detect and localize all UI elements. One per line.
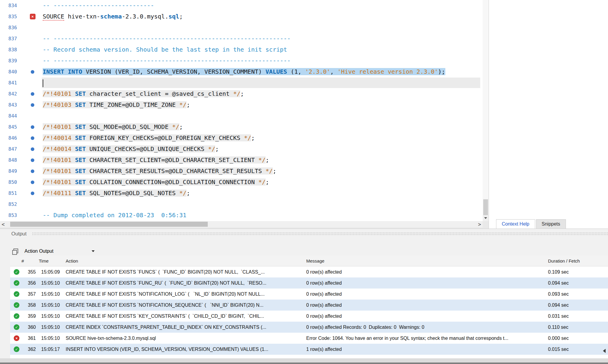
editor-line-850[interactable]: 850/*!40101 SET COLLATION_CONNECTION=@OL… — [0, 177, 483, 188]
sql-editor-pane: 834-- ----------------------------835×SO… — [0, 0, 489, 227]
output-row-360[interactable]: ✓36015:05:10CREATE INDEX `CONSTRAINTS_PA… — [10, 322, 608, 333]
scroll-right-arrow-icon[interactable]: > — [476, 221, 483, 227]
code-text: INSERT INTO VERSION (VER_ID, SCHEMA_VERS… — [43, 66, 445, 77]
success-icon: ✓ — [14, 291, 19, 297]
editor-line-838[interactable]: 838-- Record schema version. Should be t… — [0, 44, 483, 55]
scroll-left-arrow-icon[interactable]: < — [0, 221, 6, 227]
horizontal-scroll-track[interactable] — [6, 221, 476, 227]
row-duration: 0.093 sec — [548, 289, 608, 300]
row-index: 359 — [26, 311, 39, 322]
line-number: 846 — [0, 135, 22, 141]
output-table-rows: ✓35515:05:09CREATE TABLE IF NOT EXISTS `… — [10, 266, 608, 355]
editor-line-848[interactable]: 848/*!40101 SET CHARACTER_SET_CLIENT=@OL… — [0, 155, 483, 166]
output-panel-title: Output — [11, 231, 27, 237]
row-time: 15:05:09 — [39, 266, 66, 277]
line-number: 847 — [0, 146, 22, 152]
output-row-357[interactable]: ✓35715:05:10CREATE TABLE IF NOT EXISTS `… — [10, 289, 608, 300]
row-action: CREATE TABLE IF NOT EXISTS `NOTIFICATION… — [66, 300, 306, 311]
line-number: 839 — [0, 58, 22, 64]
marker-column — [22, 92, 43, 96]
error-badge-icon: × — [30, 14, 36, 19]
scrollbar-corner — [483, 221, 489, 227]
code-text: /*!40014 SET FOREIGN_KEY_CHECKS=@OLD_FOR… — [43, 132, 255, 144]
row-index: 355 — [26, 266, 39, 277]
editor-line-851[interactable]: 851/*!40111 SET SQL_NOTES=@OLD_SQL_NOTES… — [0, 188, 483, 199]
editor-line-846[interactable]: 846/*!40014 SET FOREIGN_KEY_CHECKS=@OLD_… — [0, 132, 483, 144]
row-index: 356 — [26, 277, 39, 289]
editor-line-847[interactable]: 847/*!40014 SET UNIQUE_CHECKS=@OLD_UNIQU… — [0, 144, 483, 155]
editor-line-840[interactable]: 840INSERT INTO VERSION (VER_ID, SCHEMA_V… — [0, 66, 483, 77]
row-message: Error Code: 1064. You have an error in y… — [306, 333, 548, 344]
grid-scroll-arrow-icon[interactable] — [603, 349, 606, 353]
editor-line-836[interactable]: 836 — [0, 22, 483, 33]
output-row-362[interactable]: ✓36215:05:17INSERT INTO VERSION (VER_ID,… — [10, 344, 608, 355]
marker-column — [22, 147, 43, 151]
column-header-duration: Duration / Fetch — [548, 256, 608, 266]
row-time: 15:05:10 — [39, 322, 66, 333]
row-time: 15:05:17 — [39, 344, 66, 355]
code-text: /*!40014 SET UNIQUE_CHECKS=@OLD_UNIQUE_C… — [43, 144, 219, 155]
editor-line-834[interactable]: 834-- ---------------------------- — [0, 0, 483, 11]
output-row-355[interactable]: ✓35515:05:09CREATE TABLE IF NOT EXISTS `… — [10, 266, 608, 277]
editor-line-844[interactable]: 844 — [0, 110, 483, 121]
output-view-selected-value: Action Output — [24, 249, 53, 254]
success-icon: ✓ — [14, 324, 19, 330]
tab-context-help[interactable]: Context Help — [496, 219, 535, 229]
output-view-dropdown[interactable]: Action Output — [24, 249, 95, 254]
status-cell: ✓ — [10, 277, 26, 289]
statement-dot-icon — [31, 103, 34, 107]
editor-line-835[interactable]: 835×SOURCE hive-txn-schema-2.3.0.mysql.s… — [0, 11, 483, 22]
output-table-header: # Time Action Message Duration / Fetch — [10, 256, 608, 266]
statement-dot-icon — [31, 181, 34, 184]
row-action: INSERT INTO VERSION (VER_ID, SCHEMA_VERS… — [66, 344, 306, 355]
code-text: /*!40101 SET CHARACTER_SET_RESULTS=@OLD_… — [43, 166, 276, 177]
row-duration: 0.094 sec — [548, 300, 608, 311]
editor-vertical-scrollbar[interactable] — [483, 0, 489, 221]
scroll-down-arrow-icon[interactable] — [483, 215, 489, 221]
editor-line-845[interactable]: 845/*!40101 SET SQL_MODE=@OLD_SQL_MODE *… — [0, 121, 483, 132]
row-message: 0 row(s) affected — [306, 277, 548, 289]
output-row-359[interactable]: ✓35915:05:10CREATE TABLE IF NOT EXISTS `… — [10, 311, 608, 322]
tab-snippets[interactable]: Snippets — [536, 219, 566, 229]
editor-line-849[interactable]: 849/*!40101 SET CHARACTER_SET_RESULTS=@O… — [0, 166, 483, 177]
row-time: 15:05:10 — [39, 289, 66, 300]
row-message: 0 row(s) affected — [306, 300, 548, 311]
editor-line-837[interactable]: 837-- ----------------------------------… — [0, 33, 483, 44]
sql-code-area[interactable]: 834-- ----------------------------835×SO… — [0, 0, 483, 221]
code-text: -- Record schema version. Should be the … — [43, 44, 287, 55]
output-panel-header: Output — [0, 229, 608, 239]
output-row-361[interactable]: ×36115:05:10SOURCE hive-txn-schema-2.3.0… — [10, 333, 608, 344]
line-number: 844 — [0, 113, 22, 119]
horizontal-scroll-thumb[interactable] — [10, 222, 208, 227]
row-action: CREATE TABLE IF NOT EXISTS `FUNCS` ( `FU… — [66, 266, 306, 277]
selected-text: INSERT INTO VERSION (VER_ID, SCHEMA_VERS… — [43, 68, 445, 75]
action-output-table: # Time Action Message Duration / Fetch ✓… — [10, 256, 608, 359]
output-row-356[interactable]: ✓35615:05:10CREATE TABLE IF NOT EXISTS `… — [10, 277, 608, 289]
vertical-scroll-thumb[interactable] — [483, 199, 488, 215]
code-text: -- -------------------------------------… — [43, 55, 291, 66]
row-duration: 0.000 sec — [548, 333, 608, 344]
editor-line-853[interactable]: 853-- Dump completed on 2012-08-23 0:56:… — [0, 210, 483, 221]
row-message: 0 row(s) affected — [306, 311, 548, 322]
editor-line-842[interactable]: 842/*!40101 SET character_set_client = @… — [0, 88, 483, 99]
marker-column — [22, 70, 43, 74]
copy-output-icon[interactable] — [12, 248, 18, 254]
row-action: CREATE TABLE IF NOT EXISTS `KEY_CONSTRAI… — [66, 311, 306, 322]
editor-line-843[interactable]: 843/*!40103 SET TIME_ZONE=@OLD_TIME_ZONE… — [0, 99, 483, 110]
line-number: 853 — [0, 212, 22, 218]
output-row-358[interactable]: ✓35815:05:10CREATE TABLE IF NOT EXISTS `… — [10, 300, 608, 311]
editor-line-852[interactable]: 852 — [0, 199, 483, 210]
status-cell: ✓ — [10, 266, 26, 277]
editor-line-839[interactable]: 839-- ----------------------------------… — [0, 55, 483, 66]
row-index: 357 — [26, 289, 39, 300]
row-action: SOURCE hive-txn-schema-2.3.0.mysql.sql — [66, 333, 306, 344]
editor-horizontal-scrollbar[interactable]: < > — [0, 221, 483, 227]
editor-line-841[interactable]: 841 — [0, 77, 483, 88]
column-header-time: Time — [39, 256, 66, 266]
row-action: CREATE TABLE IF NOT EXISTS `FUNC_RU` ( `… — [66, 277, 306, 289]
code-text: SOURCE hive-txn-schema-2.3.0.mysql.sql; — [43, 11, 183, 22]
row-time: 15:05:10 — [39, 300, 66, 311]
output-horizontal-scrollbar[interactable] — [0, 358, 608, 363]
current-line-highlight — [42, 78, 480, 88]
row-message: 0 row(s) affected — [306, 289, 548, 300]
